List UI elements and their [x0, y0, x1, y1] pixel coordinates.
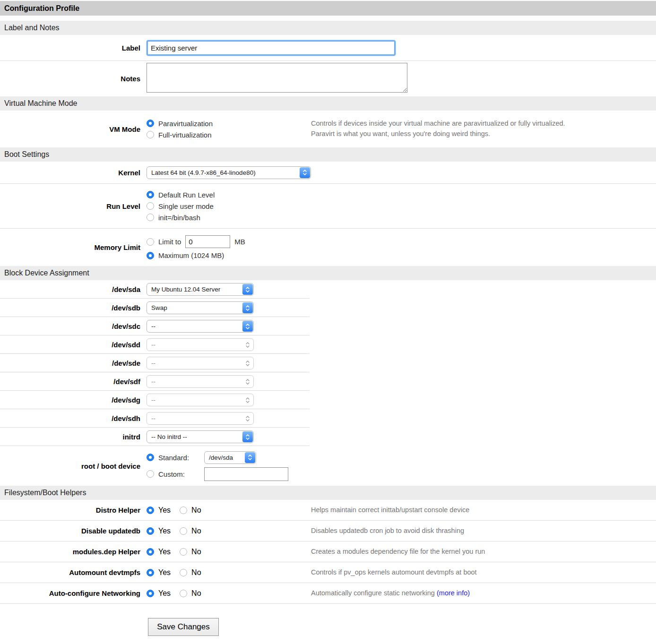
dev-sdc-select[interactable]: -- — [147, 320, 254, 333]
helper-help-text: Controls if pv_ops kernels automount dev… — [310, 567, 477, 578]
memory-limit-row: Memory Limit Limit to MB Maximum (1024 M… — [0, 229, 656, 266]
memory-limit-option-maximum[interactable]: Maximum (1024 MB) — [147, 251, 310, 259]
yes-label: Yes — [158, 527, 171, 535]
block-device-row-sdd: /dev/sdd -- — [0, 335, 656, 354]
root-device-select[interactable]: /dev/sda — [204, 451, 256, 464]
select-arrows-icon — [242, 321, 253, 332]
helper-label: modules.dep Helper — [0, 548, 140, 556]
initrd-value: -- No initrd -- — [151, 433, 187, 440]
custom-root-device-input[interactable] — [204, 467, 288, 481]
dev-sde-select[interactable]: -- — [147, 357, 254, 369]
root-device-option-standard[interactable]: Standard: /dev/sda — [147, 451, 310, 464]
kernel-label: Kernel — [0, 169, 140, 177]
radio-unchecked-icon[interactable] — [180, 507, 187, 514]
helper-label: Automount devtmpfs — [0, 568, 140, 576]
vm-mode-option-label: Paravirtualization — [158, 120, 213, 128]
radio-unchecked-icon[interactable] — [147, 214, 154, 221]
radio-checked-icon[interactable] — [147, 252, 154, 259]
block-device-row-initrd: initrd -- No initrd -- — [0, 428, 656, 446]
radio-checked-icon[interactable] — [147, 507, 154, 514]
radio-checked-icon[interactable] — [147, 548, 154, 556]
page-title: Configuration Profile — [0, 1, 656, 16]
device-label: /dev/sdh — [0, 414, 140, 422]
run-level-option-init-bash[interactable]: init=/bin/bash — [147, 214, 310, 222]
helper-help-text: Creates a modules dependency file for th… — [310, 547, 485, 557]
memory-limit-option-limit[interactable]: Limit to MB — [147, 235, 310, 248]
run-level-option-label: init=/bin/bash — [158, 214, 200, 222]
block-device-row-sde: /dev/sde -- — [0, 354, 656, 372]
notes-textarea[interactable] — [147, 63, 407, 93]
device-label: /dev/sdb — [0, 304, 140, 312]
radio-unchecked-icon[interactable] — [180, 569, 187, 576]
device-label: initrd — [0, 433, 140, 441]
radio-checked-icon[interactable] — [147, 454, 154, 461]
block-device-row-sdg: /dev/sdg -- — [0, 391, 656, 409]
radio-unchecked-icon[interactable] — [147, 470, 154, 478]
vm-mode-option-paravirtualization[interactable]: Paravirtualization — [147, 120, 310, 128]
custom-option-label: Custom: — [158, 470, 200, 478]
dev-sdd-select[interactable]: -- — [147, 338, 254, 351]
dev-sdf-value: -- — [151, 378, 155, 385]
yes-label: Yes — [158, 506, 171, 515]
root-device-value: /dev/sda — [209, 454, 233, 461]
dev-sdg-select[interactable]: -- — [147, 394, 254, 406]
root-device-option-custom[interactable]: Custom: — [147, 467, 310, 481]
radio-unchecked-icon[interactable] — [180, 527, 187, 535]
run-level-option-label: Single user mode — [158, 202, 214, 210]
radio-unchecked-icon[interactable] — [180, 590, 187, 597]
select-arrows-icon — [242, 339, 253, 350]
section-heading-block-devices: Block Device Assignment — [0, 266, 656, 280]
select-arrows-icon — [242, 431, 253, 442]
section-heading-boot-settings: Boot Settings — [0, 147, 656, 162]
radio-checked-icon[interactable] — [147, 569, 154, 576]
kernel-select[interactable]: Latest 64 bit (4.9.7-x86_64-linode80) — [147, 166, 311, 179]
memory-limit-input[interactable] — [185, 235, 230, 248]
kernel-row: Kernel Latest 64 bit (4.9.7-x86_64-linod… — [0, 162, 656, 183]
vm-mode-label: VM Mode — [0, 125, 140, 133]
block-device-row-sdb: /dev/sdb Swap — [0, 299, 656, 317]
no-label: No — [191, 506, 201, 515]
save-changes-button[interactable]: Save Changes — [148, 618, 219, 636]
helper-row-distro: Distro Helper Yes No Helps maintain corr… — [0, 500, 656, 521]
radio-unchecked-icon[interactable] — [147, 202, 154, 210]
more-info-link[interactable]: (more info) — [437, 589, 470, 597]
radio-unchecked-icon[interactable] — [180, 548, 187, 556]
run-level-option-single-user[interactable]: Single user mode — [147, 202, 310, 210]
memory-limit-option-label: Maximum (1024 MB) — [158, 251, 224, 259]
root-boot-device-row: root / boot device Standard: /dev/sda Cu… — [0, 446, 656, 486]
radio-checked-icon[interactable] — [147, 191, 154, 198]
helper-label: Disable updatedb — [0, 527, 140, 535]
dev-sdf-select[interactable]: -- — [147, 375, 254, 388]
select-arrows-icon — [242, 413, 253, 424]
dev-sdc-value: -- — [151, 323, 155, 330]
radio-checked-icon[interactable] — [147, 120, 154, 127]
helper-row-updatedb: Disable updatedb Yes No Disables updated… — [0, 521, 656, 541]
block-device-row-sdh: /dev/sdh -- — [0, 409, 656, 428]
run-level-row: Run Level Default Run Level Single user … — [0, 184, 656, 228]
dev-sda-select[interactable]: My Ubuntu 12.04 Server — [147, 283, 254, 296]
dev-sdb-select[interactable]: Swap — [147, 301, 254, 314]
vm-mode-help-line1: Controls if devices inside your virtual … — [311, 119, 565, 129]
initrd-select[interactable]: -- No initrd -- — [147, 430, 254, 443]
helper-help-text: Disables updatedb cron job to avoid disk… — [310, 526, 464, 536]
notes-field-label: Notes — [0, 75, 140, 83]
run-level-option-label: Default Run Level — [158, 191, 215, 199]
radio-unchecked-icon[interactable] — [147, 131, 154, 138]
device-label: /dev/sdf — [0, 378, 140, 386]
radio-checked-icon[interactable] — [147, 590, 154, 597]
spacer — [0, 16, 656, 21]
helper-help-text: Automatically configure static networkin… — [310, 588, 470, 599]
label-input[interactable] — [147, 40, 396, 56]
dev-sde-value: -- — [151, 360, 155, 367]
section-heading-vm-mode: Virtual Machine Mode — [0, 96, 656, 111]
radio-checked-icon[interactable] — [147, 527, 154, 535]
label-row: Label — [0, 35, 656, 60]
run-level-option-default[interactable]: Default Run Level — [147, 191, 310, 199]
radio-unchecked-icon[interactable] — [147, 238, 154, 246]
yes-label: Yes — [158, 548, 171, 556]
vm-mode-option-full-virtualization[interactable]: Full-virtualization — [147, 131, 310, 139]
no-label: No — [191, 589, 201, 598]
vm-mode-help-text: Controls if devices inside your virtual … — [310, 119, 565, 139]
device-label: /dev/sdd — [0, 341, 140, 349]
dev-sdh-select[interactable]: -- — [147, 412, 254, 425]
